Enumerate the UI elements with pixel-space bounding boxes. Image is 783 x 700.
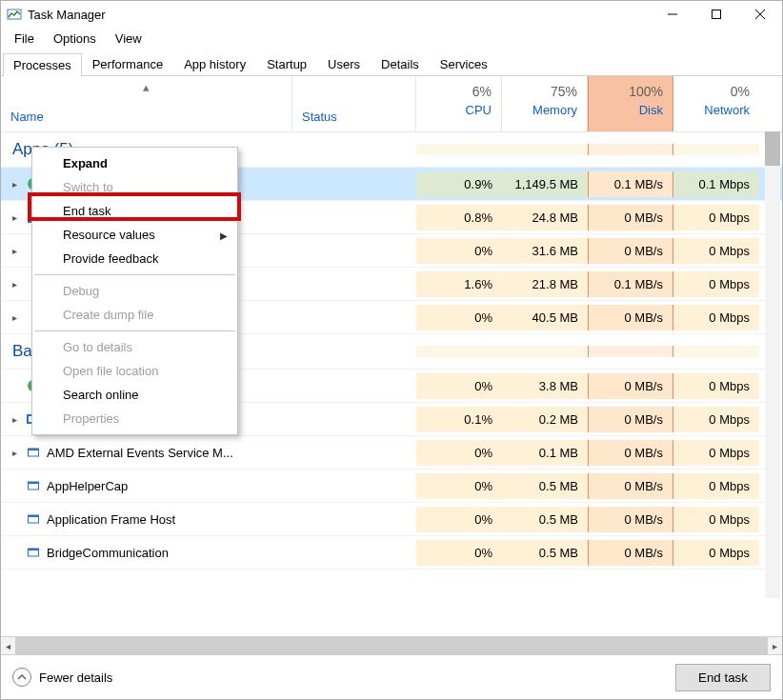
- col-header-network[interactable]: 0% Network: [673, 76, 759, 131]
- expand-caret-icon[interactable]: ▸: [9, 246, 20, 256]
- disk-usage-header: 100%: [598, 84, 663, 99]
- process-icon: [26, 445, 41, 460]
- disk-cell: 0 MB/s: [588, 507, 673, 532]
- menu-view[interactable]: View: [108, 30, 150, 48]
- chevron-up-circle-icon: [12, 668, 31, 687]
- network-cell: 0 Mbps: [673, 373, 759, 399]
- ctx-debug: Debug: [32, 279, 237, 303]
- close-button[interactable]: [738, 1, 782, 28]
- network-cell: 0 Mbps: [673, 305, 759, 330]
- table-row[interactable]: ▸ AppHelperCap 0% 0.5 MB 0 MB/s 0 Mbps: [1, 470, 782, 503]
- expand-caret-icon[interactable]: ▸: [9, 312, 20, 323]
- cpu-cell: 0.1%: [416, 407, 502, 432]
- tab-app-history[interactable]: App history: [173, 52, 256, 75]
- col-header-name[interactable]: ▴ Name: [1, 76, 292, 131]
- horizontal-scrollbar[interactable]: ◂ ▸: [1, 636, 782, 654]
- process-name: AppHelperCap: [47, 479, 128, 493]
- disk-cell: 0 MB/s: [588, 305, 673, 330]
- cpu-cell: 0%: [416, 305, 502, 330]
- tab-processes[interactable]: Processes: [3, 53, 82, 76]
- scrollbar-thumb[interactable]: [765, 131, 780, 166]
- network-cell: 0 Mbps: [673, 507, 759, 532]
- network-cell: 0.1 Mbps: [673, 171, 759, 197]
- ctx-switch-to: Switch to: [32, 175, 237, 199]
- ctx-create-dump: Create dump file: [32, 303, 237, 327]
- memory-cell: 3.8 MB: [502, 373, 588, 399]
- fewer-details-toggle[interactable]: Fewer details: [12, 668, 112, 687]
- ctx-resource-values-label: Resource values: [63, 228, 155, 242]
- disk-cell: 0.1 MB/s: [588, 271, 673, 297]
- memory-cell: 1,149.5 MB: [502, 171, 588, 197]
- disk-cell: 0 MB/s: [588, 238, 673, 264]
- menu-options[interactable]: Options: [46, 30, 104, 48]
- process-icon: [26, 545, 41, 560]
- network-cell: 0 Mbps: [673, 205, 759, 230]
- cpu-cell: 0%: [416, 238, 502, 264]
- process-table: ▴ Name Status 6% CPU 75% Memory 100% Dis…: [1, 76, 782, 636]
- memory-cell: 31.6 MB: [502, 238, 588, 264]
- cpu-cell: 0.9%: [416, 171, 502, 197]
- table-row[interactable]: ▸ Application Frame Host 0% 0.5 MB 0 MB/…: [1, 503, 782, 536]
- ctx-separator: [34, 274, 235, 275]
- network-cell: 0 Mbps: [673, 271, 759, 297]
- expand-caret-icon[interactable]: ▸: [9, 212, 20, 223]
- minimize-button[interactable]: [651, 1, 694, 28]
- tab-details[interactable]: Details: [371, 52, 430, 75]
- ctx-end-task[interactable]: End task: [32, 199, 237, 223]
- cpu-label: CPU: [426, 103, 492, 117]
- footer: Fewer details End task: [1, 654, 782, 699]
- window-title: Task Manager: [28, 8, 106, 22]
- vertical-scrollbar[interactable]: [765, 131, 780, 598]
- table-row[interactable]: ▸ BridgeCommunication 0% 0.5 MB 0 MB/s 0…: [1, 536, 782, 570]
- cpu-cell: 0%: [416, 440, 502, 466]
- tab-performance[interactable]: Performance: [82, 52, 173, 75]
- expand-caret-icon[interactable]: ▸: [9, 179, 20, 190]
- network-cell: 0 Mbps: [673, 473, 759, 499]
- col-header-disk[interactable]: 100% Disk: [588, 76, 673, 131]
- submenu-caret-icon: ▶: [220, 230, 228, 240]
- cpu-cell: 0%: [416, 507, 502, 532]
- network-cell: 0 Mbps: [673, 440, 759, 466]
- fewer-details-label: Fewer details: [39, 670, 112, 685]
- disk-cell: 0 MB/s: [588, 205, 673, 230]
- tab-services[interactable]: Services: [430, 52, 498, 75]
- disk-cell: 0 MB/s: [588, 540, 673, 566]
- memory-cell: 0.2 MB: [502, 407, 588, 432]
- network-cell: 0 Mbps: [673, 238, 759, 264]
- expand-caret-icon[interactable]: ▸: [9, 448, 20, 458]
- disk-cell: 0 MB/s: [588, 373, 673, 399]
- cpu-cell: 0.8%: [416, 205, 502, 230]
- svg-rect-16: [29, 549, 39, 550]
- col-header-cpu[interactable]: 6% CPU: [416, 76, 502, 131]
- scroll-left-icon[interactable]: ◂: [1, 637, 15, 654]
- expand-caret-icon[interactable]: ▸: [9, 279, 20, 290]
- menubar: File Options View: [1, 28, 782, 50]
- disk-cell: 0.1 MB/s: [588, 171, 673, 197]
- expand-caret-icon[interactable]: ▸: [9, 414, 20, 425]
- col-header-status[interactable]: Status: [292, 76, 416, 131]
- process-icon: [26, 511, 41, 527]
- end-task-button[interactable]: End task: [675, 664, 771, 691]
- ctx-resource-values[interactable]: Resource values ▶: [32, 223, 237, 247]
- svg-rect-2: [713, 10, 721, 19]
- ctx-go-to-details: Go to details: [32, 335, 237, 359]
- tab-users[interactable]: Users: [317, 52, 371, 75]
- tab-startup[interactable]: Startup: [256, 52, 317, 75]
- ctx-open-file-location: Open file location: [32, 359, 237, 383]
- ctx-expand[interactable]: Expand: [32, 151, 237, 175]
- scrollbar-thumb[interactable]: [15, 637, 768, 654]
- ctx-provide-feedback[interactable]: Provide feedback: [32, 247, 237, 270]
- col-header-status-label: Status: [302, 110, 337, 124]
- col-header-memory[interactable]: 75% Memory: [502, 76, 588, 131]
- ctx-search-online[interactable]: Search online: [32, 383, 237, 407]
- menu-file[interactable]: File: [7, 30, 42, 48]
- col-header-name-label: Name: [10, 110, 44, 124]
- table-row[interactable]: ▸ AMD External Events Service M... 0% 0.…: [1, 436, 782, 470]
- cpu-usage-header: 6%: [426, 84, 492, 99]
- memory-cell: 0.5 MB: [502, 507, 588, 532]
- scroll-right-icon[interactable]: ▸: [768, 637, 782, 654]
- process-name: BridgeCommunication: [47, 546, 169, 560]
- memory-cell: 0.1 MB: [502, 440, 588, 466]
- memory-label: Memory: [512, 103, 577, 117]
- maximize-button[interactable]: [694, 1, 738, 28]
